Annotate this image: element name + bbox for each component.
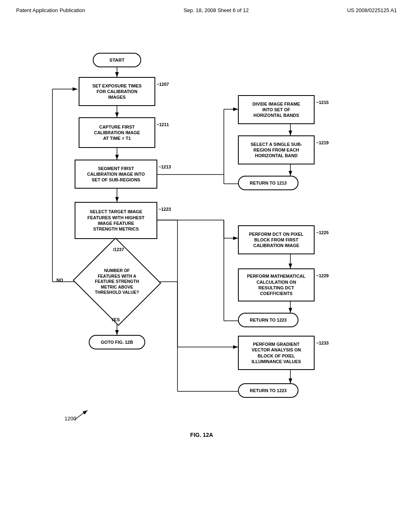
node-1233: PERFORM GRADIENT VECTOR ANALYSIS ON BLOC… [238,336,315,370]
flowchart-svg [0,21,413,488]
ref-1211: ~1211 [156,122,169,127]
header-right: US 2008/0225125 A1 [347,7,397,13]
node-1223: SELECT TARGET IMAGE FEATURES WITH HIGHES… [75,202,157,239]
ref-1207: ~1207 [156,82,169,87]
node-1219: SELECT A SINGLE SUB- REGION FROM EACH HO… [238,135,315,164]
ref-1215: ~1215 [316,100,329,105]
ret-1223b: RETURN TO 1223 [238,383,298,398]
figure-label: FIG. 12A [161,432,242,438]
diamond-1237: NUMBER OF FEATURES WITH A FEATURE STRENG… [85,249,149,314]
goto-node: GOTO FIG. 12B [89,335,145,349]
figure-number: 1200 [65,416,76,422]
node-1207: SET EXPOSURE TIMES FOR CALIBRATION IMAGE… [79,77,155,106]
diagram-area: START SET EXPOSURE TIMES FOR CALIBRATION… [0,21,413,488]
page-header: Patent Application Publication Sep. 18, … [0,0,413,17]
svg-line-31 [75,410,88,420]
node-1215: DIVIDE IMAGE FRAME INTO SET OF HORIZONTA… [238,95,315,124]
node-1213: SEGMENT FIRST CALIBRATION IMAGE INTO SET… [75,160,157,189]
ref-1229: ~1229 [316,273,329,278]
header-left: Patent Application Publication [16,7,85,13]
ref-1213: ~1213 [159,164,171,169]
start-node: START [93,53,141,67]
ref-1237: /1237 [113,247,124,252]
ret-1223a: RETURN TO 1223 [238,313,298,327]
ref-1219: ~1219 [316,140,329,145]
node-1211: CAPTURE FIRST CALIBRATION IMAGE AT TIME … [79,117,155,148]
ref-1223: ~1223 [159,207,171,212]
ret-1213: RETURN TO 1213 [238,176,298,190]
ref-1225: ~1225 [316,230,329,235]
yes-label: YES [111,317,120,322]
ref-1233: ~1233 [316,341,329,345]
no-label: NO [56,278,63,283]
header-center: Sep. 18, 2008 Sheet 6 of 12 [184,7,249,13]
node-1225: PERFORM DCT ON PIXEL BLOCK FROM FIRST CA… [238,225,315,254]
diamond-text: NUMBER OF FEATURES WITH A FEATURE STRENG… [91,268,143,295]
node-1229: PERFORM MATHEMATICAL CALCULATION ON RESU… [238,268,315,301]
